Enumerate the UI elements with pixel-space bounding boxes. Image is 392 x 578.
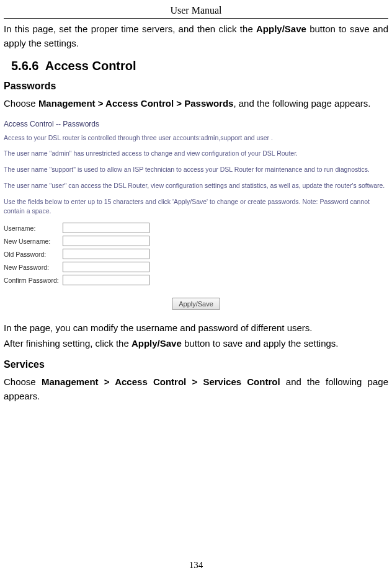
sc-p4: The user name "user" can access the DSL … xyxy=(4,181,388,191)
page-number: 134 xyxy=(0,560,392,571)
services-intro-prefix: Choose xyxy=(4,376,42,387)
passwords-intro-prefix: Choose xyxy=(4,98,38,109)
passwords-intro-bold: Management > Access Control > Passwords xyxy=(38,98,234,109)
label-new-password: New Password: xyxy=(4,264,63,271)
after2-suffix: button to save and apply the settings. xyxy=(182,338,339,349)
section-number: 5.6.6 xyxy=(11,59,38,73)
section-heading: 5.6.6 Access Control xyxy=(11,59,388,73)
form-row-confirm-password: Confirm Password: xyxy=(4,275,388,285)
passwords-after1: In the page, you can modify the username… xyxy=(4,321,388,336)
passwords-screenshot: Access Control -- Passwords Access to yo… xyxy=(4,120,388,311)
form-row-new-password: New Password: xyxy=(4,262,388,272)
after2-bold: Apply/Save xyxy=(131,338,182,349)
input-confirm-password[interactable] xyxy=(63,275,149,285)
sc-p5: Use the fields below to enter up to 15 c… xyxy=(4,197,388,217)
label-confirm-password: Confirm Password: xyxy=(4,277,63,284)
input-username[interactable] xyxy=(63,223,149,233)
passwords-after2: After finishing setting, click the Apply… xyxy=(4,337,388,351)
form-row-username: Username: xyxy=(4,223,388,233)
services-heading: Services xyxy=(4,359,388,370)
input-old-password[interactable] xyxy=(63,249,149,259)
after2-prefix: After finishing setting, click the xyxy=(4,338,131,349)
sc-p3: The user name "support" is used to allow… xyxy=(4,165,388,175)
services-intro-bold: Management > Access Control > Services C… xyxy=(42,376,280,387)
label-old-password: Old Password: xyxy=(4,251,63,258)
services-intro: Choose Management > Access Control > Ser… xyxy=(4,375,388,403)
sc-title: Access Control -- Passwords xyxy=(4,120,388,128)
apply-save-button[interactable]: Apply/Save xyxy=(172,298,220,310)
section-title: Access Control xyxy=(45,59,136,73)
intro-bold: Apply/Save xyxy=(256,24,306,34)
intro-prefix: In this page, set the proper time server… xyxy=(4,24,256,34)
input-new-username[interactable] xyxy=(63,236,149,246)
passwords-intro-suffix: , and the following page appears. xyxy=(233,98,370,109)
form-area: Username: New Username: Old Password: Ne… xyxy=(4,223,388,285)
input-new-password[interactable] xyxy=(63,262,149,272)
sc-p1: Access to your DSL router is controlled … xyxy=(4,133,388,143)
form-row-new-username: New Username: xyxy=(4,236,388,246)
passwords-heading: Passwords xyxy=(4,81,388,92)
form-row-old-password: Old Password: xyxy=(4,249,388,259)
label-new-username: New Username: xyxy=(4,238,63,245)
intro-paragraph: In this page, set the proper time server… xyxy=(4,22,388,50)
page-header: User Manual xyxy=(4,5,388,19)
label-username: Username: xyxy=(4,225,63,232)
apply-button-wrap: Apply/Save xyxy=(4,298,388,310)
sc-p2: The user name "admin" has unrestricted a… xyxy=(4,149,388,159)
passwords-intro: Choose Management > Access Control > Pas… xyxy=(4,97,388,111)
